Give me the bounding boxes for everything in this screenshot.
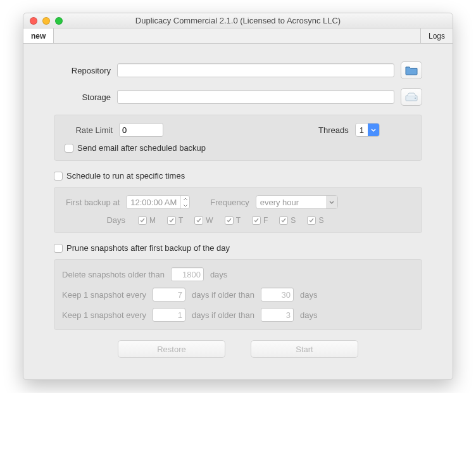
day-label: S — [291, 216, 296, 225]
threads-label: Threads — [318, 125, 349, 135]
day-label: M — [149, 216, 156, 225]
threads-select[interactable]: 1 — [355, 123, 380, 137]
tab-logs[interactable]: Logs — [420, 29, 453, 43]
tab-new[interactable]: new — [23, 29, 54, 43]
chevron-down-icon — [326, 196, 337, 208]
schedule-enable-label: Schedule to run at specific times — [66, 171, 185, 181]
send-email-checkbox[interactable] — [65, 144, 73, 153]
keep1-interval-input[interactable] — [153, 288, 185, 302]
frequency-label: Frequency — [210, 198, 249, 207]
rate-limit-input[interactable] — [119, 123, 163, 137]
storage-browse-button[interactable] — [401, 88, 422, 106]
day-checkbox-mon[interactable] — [138, 216, 147, 225]
threads-value: 1 — [356, 125, 368, 135]
schedule-enable-checkbox[interactable] — [54, 172, 63, 181]
keep2-label-pre: Keep 1 snapshot every — [62, 310, 146, 320]
repository-input[interactable] — [117, 63, 394, 77]
send-email-label: Send email after scheduled backup — [77, 143, 206, 153]
day-checkbox-sun[interactable] — [307, 216, 316, 225]
main-content: Repository Storage Rate Limit T — [23, 44, 453, 379]
keep1-label-post: days — [300, 290, 317, 300]
tab-bar: new Logs — [23, 29, 453, 44]
keep2-interval-input[interactable] — [153, 308, 185, 322]
days-set: M T W T F S S — [138, 216, 323, 225]
storage-label: Storage — [54, 92, 111, 102]
app-window: Duplicacy Commercial 2.1.0 (Licensed to … — [23, 13, 453, 380]
repository-browse-button[interactable] — [401, 61, 422, 79]
first-backup-time[interactable]: 12:00:00 AM — [126, 195, 190, 209]
prune-enable-checkbox[interactable] — [54, 244, 63, 253]
day-label: F — [263, 216, 268, 225]
keep1-label-pre: Keep 1 snapshot every — [62, 290, 146, 300]
delete-older-label: Delete snapshots older than — [62, 270, 165, 279]
keep1-older-input[interactable] — [261, 288, 294, 302]
day-checkbox-fri[interactable] — [252, 216, 261, 225]
first-backup-value: 12:00:00 AM — [127, 198, 180, 207]
window-controls — [23, 17, 63, 25]
days-label: Days — [62, 215, 125, 225]
rate-limit-label: Rate Limit — [62, 125, 113, 135]
repository-label: Repository — [54, 66, 111, 75]
frequency-value: every hour — [256, 198, 326, 207]
minimize-icon[interactable] — [42, 17, 50, 25]
zoom-icon[interactable] — [55, 17, 63, 25]
first-backup-label: First backup at — [66, 198, 120, 207]
stepper-down-icon[interactable] — [181, 202, 189, 208]
prune-enable-label: Prune snapshots after first backup of th… — [66, 243, 230, 253]
folder-icon — [405, 65, 418, 75]
storage-input[interactable] — [117, 90, 394, 104]
stepper-up-icon[interactable] — [181, 196, 189, 202]
day-checkbox-thu[interactable] — [225, 216, 234, 225]
svg-point-1 — [415, 98, 416, 99]
drive-icon — [405, 92, 418, 101]
keep2-older-input[interactable] — [261, 308, 294, 322]
close-icon[interactable] — [30, 17, 37, 25]
day-checkbox-tue[interactable] — [167, 216, 176, 225]
keep2-label-mid: days if older than — [192, 310, 254, 320]
titlebar: Duplicacy Commercial 2.1.0 (Licensed to … — [23, 13, 453, 29]
keep1-label-mid: days if older than — [192, 290, 254, 300]
restore-button[interactable]: Restore — [118, 340, 225, 358]
chevron-down-icon — [368, 124, 379, 136]
day-label: S — [318, 216, 323, 225]
keep2-label-post: days — [300, 310, 317, 320]
schedule-panel: First backup at 12:00:00 AM Frequency ev… — [54, 187, 422, 233]
day-label: T — [178, 216, 183, 225]
delete-older-unit: days — [210, 270, 227, 279]
delete-older-input[interactable] — [171, 267, 204, 281]
day-label: T — [236, 216, 241, 225]
day-checkbox-sat[interactable] — [279, 216, 288, 225]
frequency-select[interactable]: every hour — [256, 195, 338, 209]
day-checkbox-wed[interactable] — [194, 216, 203, 225]
day-label: W — [206, 216, 213, 225]
prune-panel: Delete snapshots older than days Keep 1 … — [54, 259, 422, 330]
start-button[interactable]: Start — [251, 340, 358, 358]
window-title: Duplicacy Commercial 2.1.0 (Licensed to … — [23, 16, 453, 25]
options-panel: Rate Limit Threads 1 Send email after sc… — [54, 115, 422, 161]
